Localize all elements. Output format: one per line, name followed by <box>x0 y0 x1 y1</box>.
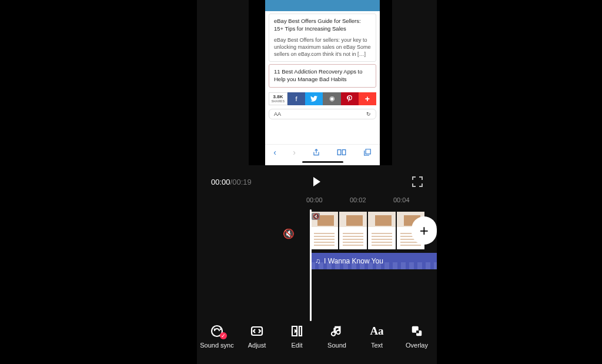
fullscreen-button[interactable] <box>412 176 423 187</box>
back-icon: ‹ <box>273 148 276 157</box>
reader-icon: AA <box>274 111 281 117</box>
clip-thumbnail[interactable] <box>339 212 367 249</box>
phone-header-bar <box>265 0 380 11</box>
tool-label: Adjust <box>248 342 266 349</box>
tool-label: Sound <box>327 342 346 349</box>
phone-mockup: eBay Best Offers Guide for Sellers: 15+ … <box>265 0 380 165</box>
tool-label: Edit <box>292 342 303 349</box>
video-preview[interactable]: eBay Best Offers Guide for Sellers: 15+ … <box>249 0 392 165</box>
sound-button[interactable]: Sound <box>320 324 354 349</box>
article-desc: eBay Best Offers for sellers: your key t… <box>274 36 371 58</box>
audio-title: I Wanna Know You <box>324 257 383 265</box>
share-count: 3.8K SHARES <box>269 92 287 105</box>
track-mute-button[interactable]: 🔇 <box>283 228 295 239</box>
pinterest-icon <box>341 92 359 105</box>
clip-thumbnail[interactable] <box>368 212 396 249</box>
tool-label: Text <box>371 342 383 349</box>
share-count-value: 3.8K <box>273 94 283 99</box>
playback-bar: 00:00 / 00:19 <box>211 173 423 190</box>
video-track[interactable]: 🔇 + <box>310 212 437 249</box>
text-icon: Aa <box>370 324 384 338</box>
audio-track[interactable]: ♫ I Wanna Know You <box>310 253 437 269</box>
time-current: 00:00 <box>211 178 230 186</box>
timeline-ruler[interactable]: 00:00 00:02 00:04 <box>306 196 437 207</box>
share-count-label: SHARES <box>272 99 285 103</box>
timeline[interactable]: 🔇 + ♫ I Wanna Know You <box>310 212 437 269</box>
safari-url-bar: AA ↻ <box>269 109 376 119</box>
edit-icon <box>290 324 304 338</box>
ruler-tick: 00:04 <box>393 196 437 207</box>
article-title: eBay Best Offers Guide for Sellers: 15+ … <box>274 18 371 33</box>
tabs-icon <box>363 148 372 156</box>
add-clip-button[interactable]: + <box>412 216 437 245</box>
share-more-icon: + <box>359 92 376 105</box>
tool-label: Overlay <box>406 342 428 349</box>
bookmarks-icon <box>337 149 346 156</box>
home-indicator <box>302 161 343 163</box>
sound-sync-button[interactable]: ✓ Sound sync <box>200 324 234 349</box>
article-title: 11 Best Addiction Recovery Apps to Help … <box>274 68 371 84</box>
music-note-icon: ♫ <box>315 257 320 265</box>
share-bar: 3.8K SHARES f ◉ + <box>269 92 376 105</box>
twitter-icon <box>305 92 323 105</box>
playhead[interactable] <box>310 209 312 321</box>
article-card-1: eBay Best Offers Guide for Sellers: 15+ … <box>269 14 376 62</box>
svg-rect-5 <box>416 330 419 333</box>
edit-button[interactable]: Edit <box>280 324 314 349</box>
overlay-icon <box>410 324 424 338</box>
time-total: 00:19 <box>232 178 252 186</box>
reload-icon: ↻ <box>366 111 371 117</box>
video-editor-app: eBay Best Offers Guide for Sellers: 15+ … <box>197 0 437 364</box>
safari-toolbar: ‹ › <box>265 144 380 159</box>
play-button[interactable] <box>313 177 320 186</box>
toolbar: ✓ Sound sync Adjust Edit Sound Aa Text <box>197 324 437 359</box>
adjust-button[interactable]: Adjust <box>240 324 274 349</box>
sound-sync-badge: ✓ <box>220 332 227 339</box>
ruler-tick: 00:02 <box>350 196 393 207</box>
share-icon <box>312 148 320 156</box>
sound-icon <box>330 324 344 338</box>
clip-mute-icon: 🔇 <box>312 213 320 220</box>
clip-thumbnail[interactable]: 🔇 <box>310 212 338 249</box>
ruler-tick: 00:00 <box>306 196 350 207</box>
facebook-icon: f <box>287 92 305 105</box>
adjust-icon <box>250 324 264 338</box>
tool-label: Sound sync <box>200 342 233 349</box>
overlay-button[interactable]: Overlay <box>400 324 434 349</box>
share-generic-icon: ◉ <box>323 92 340 105</box>
text-button[interactable]: Aa Text <box>360 324 394 349</box>
article-card-2: 11 Best Addiction Recovery Apps to Help … <box>269 64 376 88</box>
forward-icon: › <box>293 148 296 157</box>
